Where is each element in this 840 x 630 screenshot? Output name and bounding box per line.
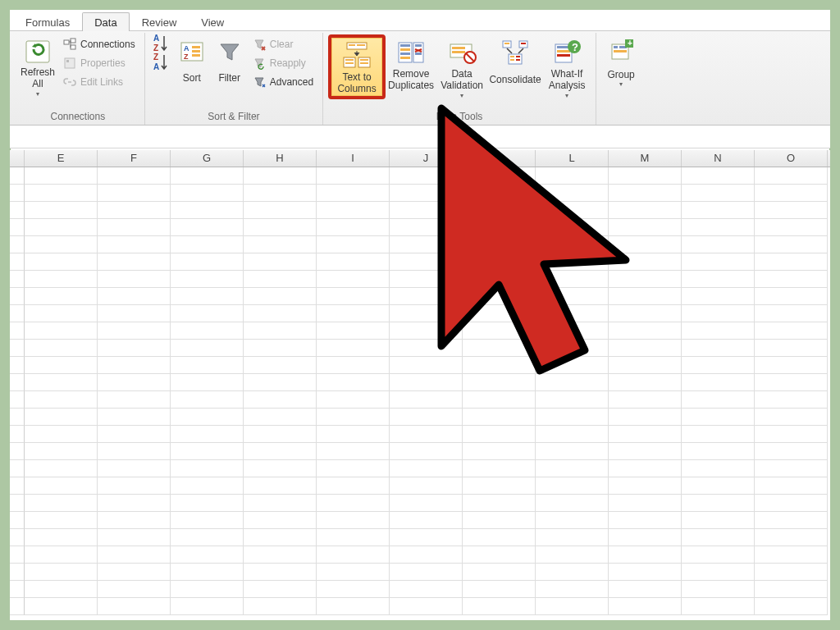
cell[interactable] xyxy=(463,322,536,340)
cell[interactable] xyxy=(390,460,463,477)
cell[interactable] xyxy=(98,185,171,202)
cell[interactable] xyxy=(25,374,98,391)
cell[interactable] xyxy=(317,185,390,202)
cell[interactable] xyxy=(171,598,244,615)
cell[interactable] xyxy=(682,477,755,495)
cell[interactable] xyxy=(244,391,317,409)
cell[interactable] xyxy=(609,288,682,305)
cell[interactable] xyxy=(463,288,536,305)
cell[interactable] xyxy=(317,564,390,581)
cell[interactable] xyxy=(463,512,536,529)
cell[interactable] xyxy=(317,391,390,409)
cell[interactable] xyxy=(755,598,828,615)
cell[interactable] xyxy=(755,426,828,443)
cell[interactable] xyxy=(171,495,244,512)
cell[interactable] xyxy=(98,581,171,598)
text-to-columns-button[interactable]: Text to Columns xyxy=(331,38,382,96)
cell[interactable] xyxy=(25,322,98,340)
cell[interactable] xyxy=(98,546,171,564)
cell[interactable] xyxy=(25,598,98,615)
cell[interactable] xyxy=(25,357,98,374)
cell[interactable] xyxy=(390,288,463,305)
cell[interactable] xyxy=(244,529,317,546)
cell[interactable] xyxy=(755,305,828,322)
cell[interactable] xyxy=(755,322,828,340)
cell[interactable] xyxy=(463,443,536,460)
cell[interactable] xyxy=(682,305,755,322)
cell[interactable] xyxy=(609,185,682,202)
cell[interactable] xyxy=(98,460,171,477)
cell[interactable] xyxy=(244,477,317,495)
cell[interactable] xyxy=(317,426,390,443)
cell[interactable] xyxy=(390,202,463,219)
cell[interactable] xyxy=(25,202,98,219)
clear-button[interactable]: Clear xyxy=(249,34,317,53)
cell[interactable] xyxy=(755,288,828,305)
cell[interactable] xyxy=(609,322,682,340)
cell[interactable] xyxy=(390,167,463,185)
cell[interactable] xyxy=(755,340,828,357)
column-header[interactable]: J xyxy=(390,150,463,167)
cell[interactable] xyxy=(25,495,98,512)
cell[interactable] xyxy=(171,340,244,357)
cell[interactable] xyxy=(390,305,463,322)
cell[interactable] xyxy=(463,202,536,219)
cell[interactable] xyxy=(463,529,536,546)
cell[interactable] xyxy=(755,185,828,202)
cell[interactable] xyxy=(609,546,682,564)
cell[interactable] xyxy=(317,167,390,185)
cell[interactable] xyxy=(755,253,828,271)
cell[interactable] xyxy=(755,409,828,426)
cell[interactable] xyxy=(25,340,98,357)
cell[interactable] xyxy=(98,340,171,357)
cell[interactable] xyxy=(171,581,244,598)
cell[interactable] xyxy=(463,236,536,253)
cell[interactable] xyxy=(682,512,755,529)
cell[interactable] xyxy=(536,340,609,357)
cell[interactable] xyxy=(317,374,390,391)
cell[interactable] xyxy=(463,495,536,512)
cell[interactable] xyxy=(536,598,609,615)
cell[interactable] xyxy=(244,564,317,581)
cell[interactable] xyxy=(682,271,755,288)
cell[interactable] xyxy=(390,391,463,409)
cell[interactable] xyxy=(317,443,390,460)
sort-button[interactable]: A Z Sort xyxy=(173,34,211,91)
cell[interactable] xyxy=(98,477,171,495)
cell[interactable] xyxy=(463,219,536,236)
cell[interactable] xyxy=(609,305,682,322)
cell[interactable] xyxy=(98,236,171,253)
cell[interactable] xyxy=(317,322,390,340)
cell[interactable] xyxy=(609,409,682,426)
column-header[interactable]: L xyxy=(536,150,609,167)
cell[interactable] xyxy=(25,477,98,495)
consolidate-button[interactable]: Consolidate xyxy=(487,34,543,93)
cell[interactable] xyxy=(244,167,317,185)
cell[interactable] xyxy=(25,391,98,409)
cell[interactable] xyxy=(682,495,755,512)
cell[interactable] xyxy=(755,271,828,288)
cell[interactable] xyxy=(98,202,171,219)
column-header[interactable]: O xyxy=(755,150,828,167)
cell[interactable] xyxy=(317,219,390,236)
cell[interactable] xyxy=(25,564,98,581)
remove-duplicates-button[interactable]: Remove Duplicates xyxy=(386,34,436,93)
cell[interactable] xyxy=(25,271,98,288)
cell[interactable] xyxy=(244,460,317,477)
cell[interactable] xyxy=(317,236,390,253)
cell[interactable] xyxy=(536,185,609,202)
cell[interactable] xyxy=(536,167,609,185)
column-headers[interactable]: EFGHIJKLMNO xyxy=(10,150,830,167)
cell[interactable] xyxy=(463,305,536,322)
properties-button[interactable]: Properties xyxy=(59,53,139,72)
cell[interactable] xyxy=(682,598,755,615)
what-if-analysis-button[interactable]: ? What-If Analysis▾ xyxy=(543,34,591,100)
cell[interactable] xyxy=(244,219,317,236)
group-button[interactable]: + Group▾ xyxy=(601,34,641,91)
cell[interactable] xyxy=(98,391,171,409)
column-header[interactable]: E xyxy=(25,150,98,167)
cell[interactable] xyxy=(25,167,98,185)
cell[interactable] xyxy=(25,288,98,305)
cell[interactable] xyxy=(390,529,463,546)
cell[interactable] xyxy=(317,546,390,564)
